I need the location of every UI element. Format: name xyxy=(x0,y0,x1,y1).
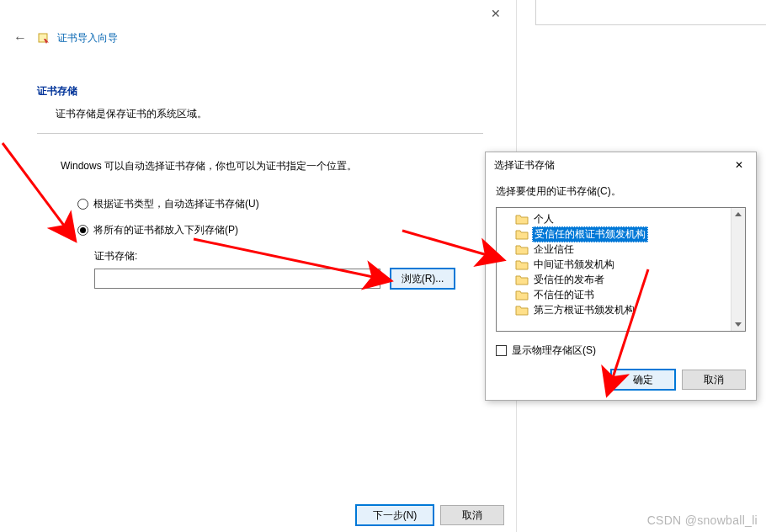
wizard-header: ← 证书导入向导 xyxy=(10,30,118,45)
store-field-label: 证书存储: xyxy=(94,249,483,263)
tree-item-trusted-root[interactable]: 受信任的根证书颁发机构 xyxy=(497,226,745,242)
divider xyxy=(37,133,483,134)
show-physical-label: 显示物理存储区(S) xyxy=(512,343,596,358)
tree-item-thirdparty-root[interactable]: 第三方根证书颁发机构 xyxy=(497,302,745,317)
radio-manual-select[interactable]: 将所有的证书都放入下列存储(P) xyxy=(77,223,483,237)
tree-label: 企业信任 xyxy=(532,242,576,257)
dialog-footer: 确定 取消 xyxy=(496,370,746,390)
scrollbar[interactable] xyxy=(731,208,745,331)
cancel-button[interactable]: 取消 xyxy=(440,505,504,525)
folder-icon xyxy=(515,243,529,255)
tree-label: 个人 xyxy=(532,212,556,226)
cert-store-tree[interactable]: 个人 受信任的根证书颁发机构 企业信任 中间证书颁发机构 受信任的发布者 不信任… xyxy=(496,207,746,332)
cancel-button[interactable]: 取消 xyxy=(682,370,746,390)
wizard-title: 证书导入向导 xyxy=(57,31,118,45)
store-radio-group: 根据证书类型，自动选择证书存储(U) 将所有的证书都放入下列存储(P) xyxy=(77,197,483,237)
close-icon[interactable]: ✕ xyxy=(722,153,756,177)
dialog-title: 选择证书存储 xyxy=(494,158,555,173)
browse-button[interactable]: 浏览(R)... xyxy=(391,269,455,289)
close-icon[interactable]: ✕ xyxy=(482,3,509,24)
tree-label: 第三方根证书颁发机构 xyxy=(532,303,636,317)
store-row: 浏览(R)... xyxy=(94,269,483,289)
next-button[interactable]: 下一步(N) xyxy=(356,505,434,525)
dialog-body: 选择要使用的证书存储(C)。 个人 受信任的根证书颁发机构 企业信任 中间证书颁… xyxy=(486,178,756,400)
cert-import-wizard-window: ✕ ← 证书导入向导 证书存储 证书存储是保存证书的系统区域。 Windows … xyxy=(0,0,517,532)
tree-item-intermediate[interactable]: 中间证书颁发机构 xyxy=(497,257,745,272)
folder-icon xyxy=(515,213,529,225)
watermark: CSDN @snowball_li xyxy=(647,513,758,527)
ok-button[interactable]: 确定 xyxy=(611,370,675,390)
certificate-icon xyxy=(37,31,51,45)
background-window-strip xyxy=(535,0,766,25)
folder-icon xyxy=(515,289,529,301)
folder-icon xyxy=(515,304,529,316)
radio-auto-label: 根据证书类型，自动选择证书存储(U) xyxy=(93,197,259,211)
wizard-footer: 下一步(N) 取消 xyxy=(356,505,504,525)
instruction-text: Windows 可以自动选择证书存储，你也可以为证书指定一个位置。 xyxy=(61,159,483,173)
radio-auto-select[interactable]: 根据证书类型，自动选择证书存储(U) xyxy=(77,197,483,211)
dialog-prompt: 选择要使用的证书存储(C)。 xyxy=(496,184,746,199)
tree-label: 不信任的证书 xyxy=(532,288,596,302)
checkbox-icon xyxy=(496,345,507,356)
folder-icon xyxy=(515,274,529,285)
radio-icon xyxy=(77,225,88,236)
folder-icon xyxy=(515,258,529,270)
folder-icon xyxy=(515,228,529,240)
tree-item-personal[interactable]: 个人 xyxy=(497,211,745,226)
radio-manual-label: 将所有的证书都放入下列存储(P) xyxy=(93,223,238,237)
back-arrow-icon[interactable]: ← xyxy=(10,30,30,45)
tree-item-untrusted[interactable]: 不信任的证书 xyxy=(497,287,745,302)
tree-label: 受信任的发布者 xyxy=(532,273,606,287)
wizard-content: 证书存储 证书存储是保存证书的系统区域。 Windows 可以自动选择证书存储，… xyxy=(37,84,483,289)
dialog-titlebar: 选择证书存储 ✕ xyxy=(486,152,756,178)
tree-item-trusted-publishers[interactable]: 受信任的发布者 xyxy=(497,272,745,287)
show-physical-checkbox-row[interactable]: 显示物理存储区(S) xyxy=(496,343,746,358)
section-desc: 证书存储是保存证书的系统区域。 xyxy=(56,107,483,121)
tree-label: 中间证书颁发机构 xyxy=(532,258,616,272)
select-cert-store-dialog: 选择证书存储 ✕ 选择要使用的证书存储(C)。 个人 受信任的根证书颁发机构 企… xyxy=(485,152,757,401)
tree-item-enterprise[interactable]: 企业信任 xyxy=(497,242,745,257)
cert-store-input[interactable] xyxy=(94,269,380,289)
radio-icon xyxy=(77,199,88,210)
tree-label: 受信任的根证书颁发机构 xyxy=(532,226,648,242)
section-title: 证书存储 xyxy=(37,84,483,98)
